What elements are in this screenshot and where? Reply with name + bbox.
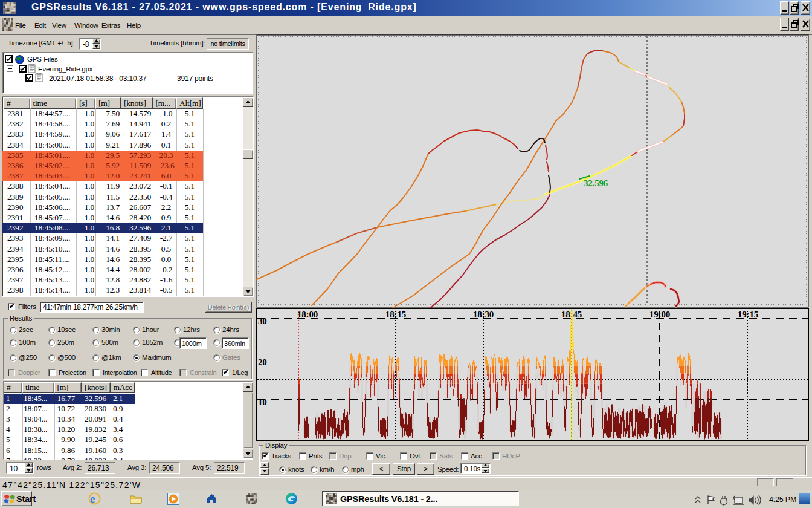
svg-text:30: 30 xyxy=(258,316,267,326)
svg-text:32.596: 32.596 xyxy=(584,178,608,188)
svg-text:20: 20 xyxy=(258,357,267,367)
svg-text:e: e xyxy=(90,492,95,505)
svg-text:18:30: 18:30 xyxy=(473,310,494,319)
svg-text:18:15: 18:15 xyxy=(385,310,406,319)
svg-text:10: 10 xyxy=(258,397,267,407)
svg-text:18:00: 18:00 xyxy=(297,310,318,319)
svg-text:19:15: 19:15 xyxy=(738,310,758,319)
svg-text:19:00: 19:00 xyxy=(649,310,670,319)
